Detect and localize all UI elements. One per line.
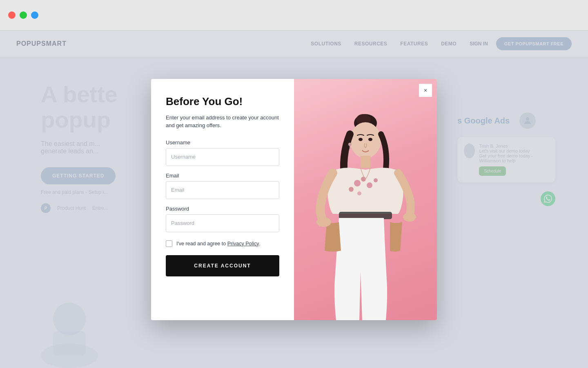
maximize-traffic-light[interactable]	[31, 11, 38, 19]
modal-bg-gradient	[294, 79, 437, 320]
svg-point-20	[368, 138, 372, 141]
svg-point-10	[367, 182, 372, 188]
privacy-policy-link[interactable]: Privacy Policy	[227, 241, 259, 247]
page-background: POPUPSMART SOLUTIONS RESOURCES FEATURES …	[0, 31, 588, 368]
modal-subtitle: Enter your email address to create your …	[166, 114, 279, 130]
email-input[interactable]	[166, 181, 279, 199]
svg-point-8	[354, 180, 361, 186]
privacy-policy-row: I've read and agree to Privacy Policy.	[166, 240, 279, 247]
woman-illustration	[300, 108, 431, 320]
svg-point-12	[349, 187, 354, 192]
privacy-checkbox[interactable]	[166, 240, 172, 247]
modal-overlay: × Before You Go! Enter your email addres…	[0, 31, 588, 368]
username-label: Username	[166, 139, 279, 146]
privacy-dot: .	[259, 241, 261, 247]
close-icon: ×	[424, 88, 427, 93]
signup-modal: × Before You Go! Enter your email addres…	[151, 79, 437, 320]
privacy-label: I've read and agree to Privacy Policy.	[176, 241, 261, 247]
email-field-group: Email	[166, 173, 279, 199]
svg-point-6	[350, 122, 381, 158]
modal-form-panel: Before You Go! Enter your email address …	[151, 79, 294, 320]
minimize-traffic-light[interactable]	[20, 11, 27, 19]
svg-point-19	[359, 138, 363, 141]
svg-point-13	[357, 191, 361, 195]
username-input[interactable]	[166, 148, 279, 166]
username-field-group: Username	[166, 139, 279, 166]
svg-point-15	[316, 217, 331, 227]
svg-point-17	[348, 143, 352, 146]
svg-rect-7	[361, 156, 370, 168]
close-traffic-light[interactable]	[8, 11, 16, 19]
modal-image-panel	[294, 79, 437, 320]
browser-chrome	[0, 0, 588, 31]
password-label: Password	[166, 206, 279, 212]
modal-title: Before You Go!	[166, 95, 279, 108]
traffic-lights	[8, 11, 38, 19]
create-account-button[interactable]: CREATE ACCOUNT	[166, 255, 279, 276]
modal-close-button[interactable]: ×	[419, 84, 432, 97]
svg-point-11	[374, 178, 378, 182]
password-field-group: Password	[166, 206, 279, 232]
password-input[interactable]	[166, 214, 279, 232]
email-label: Email	[166, 173, 279, 179]
privacy-label-text: I've read and agree to	[176, 241, 227, 247]
svg-point-16	[403, 213, 416, 222]
